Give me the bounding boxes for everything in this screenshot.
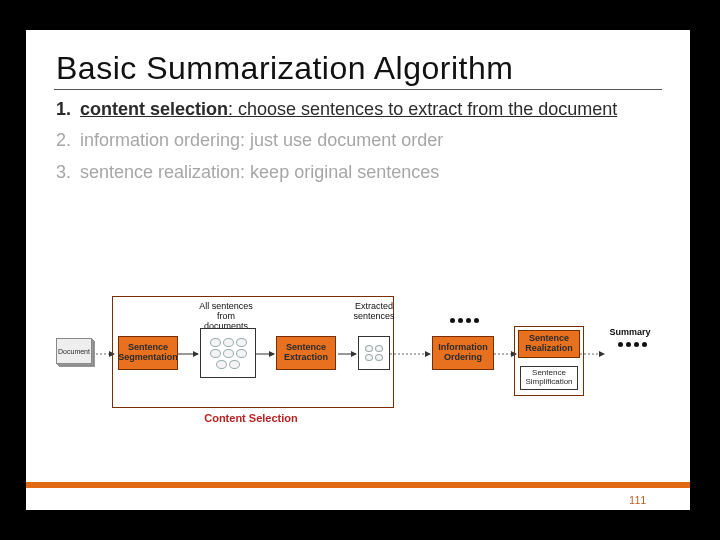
item-text: sentence realization: keep original sent… [80,161,660,184]
item-text: content selection: choose sentences to e… [80,98,660,121]
extracted-caption: Extractedsentences [350,302,398,322]
item-rest: : just use document order [240,130,443,150]
sentence-simplification-box: SentenceSimplification [520,366,578,390]
item-number: 3. [56,161,80,184]
sentence-extraction-box: SentenceExtraction [276,336,336,370]
dots-icon [444,318,484,323]
item-label: information ordering [80,130,240,150]
pipeline-diagram: Document Content Selection SentenceSegme… [56,278,662,448]
all-sentences-box [200,328,256,378]
doc-label: Document [56,338,92,364]
list-item: 1. content selection: choose sentences t… [56,98,660,121]
sentence-segmentation-box: SentenceSegmentation [118,336,178,370]
item-number: 2. [56,129,80,152]
item-text: information ordering: just use document … [80,129,660,152]
footer-bar [26,482,690,488]
step-list: 1. content selection: choose sentences t… [56,98,660,184]
sentence-realization-box: SentenceRealization [518,330,580,358]
slide-title: Basic Summarization Algorithm [54,30,662,90]
item-rest: : choose sentences to extract from the d… [228,99,617,119]
summary-label: Summary [604,328,656,338]
item-label: content selection [80,99,228,119]
list-item: 3. sentence realization: keep original s… [56,161,660,184]
item-number: 1. [56,98,80,121]
document-icon: Document [56,338,96,368]
content-selection-label: Content Selection [156,412,346,424]
page-number: 111 [629,495,646,506]
item-label: sentence realization [80,162,240,182]
slide: Basic Summarization Algorithm 1. content… [26,30,690,510]
summary-dots-icon [612,342,652,347]
list-item: 2. information ordering: just use docume… [56,129,660,152]
information-ordering-box: InformationOrdering [432,336,494,370]
extracted-sentences-box [358,336,390,370]
item-rest: : keep original sentences [240,162,439,182]
